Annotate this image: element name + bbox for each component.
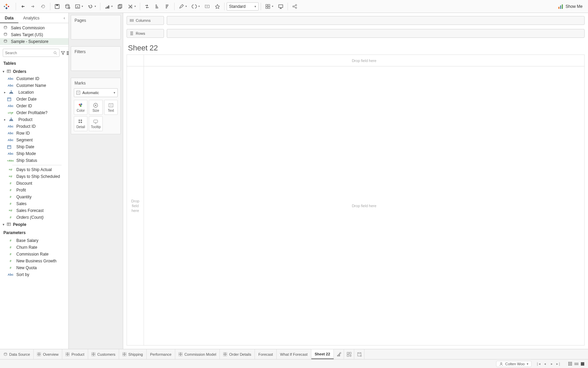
field-item[interactable]: AbcCustomer Name (0, 82, 68, 89)
field-item[interactable]: #Sales (0, 200, 68, 207)
clear-dropdown[interactable]: ▾ (134, 5, 137, 8)
new-worksheet-button[interactable] (102, 2, 112, 11)
parameter-item[interactable]: #Base Salary (0, 237, 68, 244)
search-input[interactable] (5, 51, 52, 55)
field-item[interactable]: AbcCustomer ID (0, 75, 68, 82)
field-item[interactable]: #Orders (Count) (0, 214, 68, 221)
sheet-tab[interactable]: Shipping (119, 349, 147, 359)
user-menu[interactable]: Colten Woo ▾ (496, 361, 532, 367)
viz-canvas[interactable]: Drop field here Drop field here Drop fie… (127, 55, 585, 346)
sheet-tab[interactable]: Customers (88, 349, 119, 359)
sort-desc-button[interactable] (163, 2, 172, 11)
sort-asc-button[interactable] (152, 2, 162, 11)
columns-shelf[interactable] (167, 16, 585, 25)
mark-size-button[interactable]: Size (89, 100, 102, 115)
save-button[interactable] (52, 2, 62, 11)
show-me-button[interactable]: Show Me (555, 2, 585, 11)
share-button[interactable] (290, 2, 299, 11)
field-item[interactable]: #Discount (0, 180, 68, 187)
mark-detail-button[interactable]: Detail (74, 116, 87, 131)
sheet-tab[interactable]: Overview (34, 349, 62, 359)
undo-button[interactable] (18, 2, 28, 11)
new-worksheet-dropdown[interactable]: ▾ (111, 5, 114, 8)
field-item[interactable]: =#Days to Ship Actual (0, 166, 68, 173)
tab-analytics[interactable]: Analytics (18, 13, 44, 23)
collapse-pane-button[interactable]: ‹ (60, 13, 68, 23)
swap-button[interactable] (142, 2, 152, 11)
tab-view-button[interactable] (568, 361, 573, 367)
sheet-tab[interactable]: Product (62, 349, 88, 359)
sheet-tab[interactable]: Performance (147, 349, 175, 359)
sheet-tab[interactable]: Sheet 22 (311, 349, 334, 359)
data-source-item[interactable]: Sample - Superstore (0, 38, 68, 45)
field-item[interactable]: Order Date (0, 96, 68, 103)
parameter-item[interactable]: #New Quota (0, 264, 68, 271)
data-source-item[interactable]: Sales Target (US) (0, 31, 68, 38)
parameter-item[interactable]: #Commission Rate (0, 251, 68, 258)
mark-text-button[interactable]: TText (104, 100, 118, 115)
sort-view-button[interactable] (580, 361, 585, 367)
parameter-item[interactable]: AbcSort by (0, 271, 68, 278)
field-item[interactable]: =#Days to Ship Scheduled (0, 173, 68, 180)
filter-fields-button[interactable] (61, 49, 65, 57)
tab-data-source[interactable]: Data Source (0, 349, 34, 359)
field-item[interactable]: #Quantity (0, 194, 68, 200)
field-item[interactable]: AbcOrder ID (0, 103, 68, 109)
mark-type-select[interactable]: T Automatic ▾ (74, 88, 118, 97)
new-data-source-button[interactable] (63, 2, 72, 11)
sheet-title[interactable]: Sheet 22 (123, 39, 588, 55)
new-sheet-button[interactable] (334, 349, 344, 359)
tab-data[interactable]: Data (0, 13, 18, 23)
show-cards-button[interactable] (263, 2, 273, 11)
highlight-dropdown[interactable]: ▾ (185, 5, 188, 8)
refresh-button[interactable] (86, 2, 95, 11)
first-sheet-button[interactable]: ❘◂ (535, 361, 541, 367)
rows-shelf[interactable] (167, 29, 585, 38)
row-drop-target[interactable]: Drop field here (127, 66, 144, 345)
field-item[interactable]: AbcProduct ID (0, 123, 68, 130)
fit-mode-select[interactable]: Standard ▾ (227, 2, 259, 11)
field-item[interactable]: AbcShip Mode (0, 150, 68, 157)
col-drop-target[interactable]: Drop field here (144, 55, 584, 66)
group-button[interactable] (190, 2, 199, 11)
duplicate-button[interactable] (115, 2, 125, 11)
field-item[interactable]: Ship Date (0, 143, 68, 150)
auto-update-button[interactable] (73, 2, 82, 11)
field-item[interactable]: ▸Product (0, 116, 68, 123)
refresh-dropdown[interactable]: ▾ (95, 5, 97, 8)
clear-button[interactable] (126, 2, 135, 11)
filters-shelf[interactable]: Filters (71, 46, 121, 71)
table-header[interactable]: ▾People (0, 221, 68, 228)
parameter-item[interactable]: #Churn Rate (0, 244, 68, 251)
new-story-button[interactable] (354, 349, 364, 359)
pin-button[interactable] (213, 2, 222, 11)
sheet-tab[interactable]: Commission Model (175, 349, 220, 359)
field-item[interactable]: AbcRow ID (0, 130, 68, 137)
prev-sheet-button[interactable]: ◂ (542, 361, 548, 367)
field-item[interactable]: =T|FOrder Profitable? (0, 109, 68, 116)
group-dropdown[interactable]: ▾ (198, 5, 201, 8)
mark-tooltip-button[interactable]: Tooltip (89, 116, 102, 131)
field-item[interactable]: =#Sales Forecast (0, 207, 68, 214)
sheet-tab[interactable]: Order Details (220, 349, 255, 359)
revert-button[interactable] (38, 2, 48, 11)
mark-color-button[interactable]: Color (74, 100, 87, 115)
field-item[interactable]: =AbcShip Status (0, 157, 68, 164)
table-header[interactable]: ▾Orders (0, 68, 68, 75)
auto-update-dropdown[interactable]: ▾ (82, 5, 84, 8)
labels-button[interactable]: T (202, 2, 212, 11)
sheet-tab[interactable]: What If Forecast (277, 349, 311, 359)
parameter-item[interactable]: #New Business Growth (0, 258, 68, 264)
field-item[interactable]: #Profit (0, 187, 68, 194)
last-sheet-button[interactable]: ▸❘ (555, 361, 561, 367)
pages-shelf[interactable]: Pages (71, 15, 121, 40)
presentation-button[interactable] (276, 2, 285, 11)
field-item[interactable]: AbcSegment (0, 137, 68, 143)
new-dashboard-button[interactable] (344, 349, 354, 359)
filmstrip-view-button[interactable] (574, 361, 579, 367)
field-search-input[interactable] (3, 49, 60, 57)
next-sheet-button[interactable]: ▸ (549, 361, 555, 367)
body-drop-target[interactable]: Drop field here (144, 66, 584, 345)
sheet-tab[interactable]: Forecast (255, 349, 277, 359)
redo-button[interactable] (28, 2, 38, 11)
